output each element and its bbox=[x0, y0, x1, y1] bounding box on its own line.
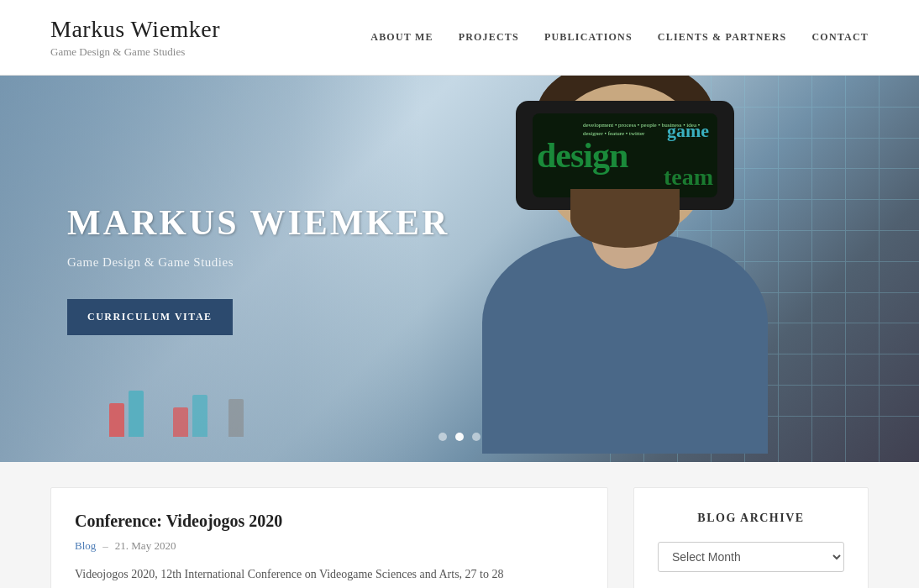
blog-date: 21. May 2020 bbox=[115, 539, 176, 553]
site-subtitle: Game Design & Game Studies bbox=[50, 45, 220, 59]
slider-dots bbox=[438, 433, 481, 441]
cv-button[interactable]: CURRICULUM VITAE bbox=[67, 299, 233, 335]
slider-dot-2[interactable] bbox=[455, 433, 464, 441]
content-area: Conference: Videojogos 2020 Blog – 21. M… bbox=[0, 462, 919, 588]
blog-sidebar: BLOG ARCHIVE Select Month May 2020 April… bbox=[633, 487, 869, 588]
vr-word-design: design bbox=[537, 135, 628, 176]
blog-excerpt: Videojogos 2020, 12th International Conf… bbox=[75, 565, 584, 584]
site-title: Markus Wiemker bbox=[50, 16, 220, 43]
blog-meta: Blog – 21. May 2020 bbox=[75, 539, 584, 553]
blog-separator: – bbox=[102, 539, 108, 553]
slider-dot-1[interactable] bbox=[438, 433, 447, 441]
nav-about-me[interactable]: ABOUT ME bbox=[370, 31, 433, 44]
slider-dot-3[interactable] bbox=[472, 433, 481, 441]
archive-month-select[interactable]: Select Month May 2020 April 2020 March 2… bbox=[658, 542, 844, 572]
blog-archive-title: BLOG ARCHIVE bbox=[658, 512, 844, 525]
hero-section: design game team development • process •… bbox=[0, 76, 919, 462]
hero-subtitle: Game Design & Game Studies bbox=[67, 255, 449, 270]
hero-content: MARKUS WIEMKER Game Design & Game Studie… bbox=[67, 202, 449, 335]
nav-contact[interactable]: CONTACT bbox=[811, 31, 869, 44]
hero-decorative-bars bbox=[109, 391, 244, 437]
nav-clients-partners[interactable]: CLIENTS & PARTNERS bbox=[658, 31, 787, 44]
vr-small-words: development • process • people • busines… bbox=[583, 122, 717, 139]
blog-post-title: Conference: Videojogos 2020 bbox=[75, 512, 584, 531]
blog-category[interactable]: Blog bbox=[75, 539, 96, 553]
nav-publications[interactable]: PUBLICATIONS bbox=[544, 31, 633, 44]
main-nav: ABOUT ME PROJECTS PUBLICATIONS CLIENTS &… bbox=[370, 31, 869, 44]
site-header: Markus Wiemker Game Design & Game Studie… bbox=[0, 0, 919, 76]
blog-post-card: Conference: Videojogos 2020 Blog – 21. M… bbox=[50, 487, 608, 588]
nav-projects[interactable]: PROJECTS bbox=[459, 31, 519, 44]
site-branding: Markus Wiemker Game Design & Game Studie… bbox=[50, 16, 220, 59]
hero-heading: MARKUS WIEMKER bbox=[67, 202, 449, 243]
vr-word-team: team bbox=[664, 164, 713, 191]
